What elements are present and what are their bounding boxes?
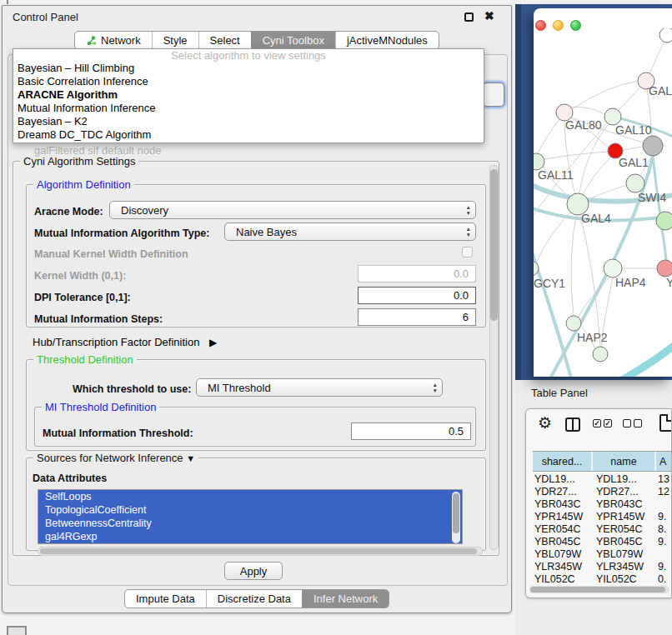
float-window-icon[interactable]: [464, 12, 474, 22]
dpi-tolerance-field[interactable]: 0.0: [358, 287, 476, 304]
dropdown-item[interactable]: Bayesian – Hill Climbing: [13, 62, 484, 75]
column-header[interactable]: A: [656, 452, 672, 471]
algorithm-definition-title: Algorithm Definition: [33, 178, 134, 191]
mi-type-value: Naive Bayes: [236, 226, 297, 238]
list-item[interactable]: TopologicalCoefficient: [38, 503, 462, 517]
manual-kernel-label: Manual Kernel Width Definition: [34, 248, 188, 260]
table-row[interactable]: YER054C YER054C 8.: [533, 523, 672, 536]
kernel-width-field[interactable]: 0.0: [358, 265, 476, 282]
table-cell: YER054C: [533, 523, 593, 536]
tab-cyni-toolbox[interactable]: Cyni Toolbox: [251, 32, 335, 49]
table-panel-window: ⚙ ✓✓ shared... name A YDL19... YDL19... …: [525, 408, 672, 598]
network-node[interactable]: [626, 174, 644, 192]
tab-impute-data[interactable]: Impute Data: [125, 590, 206, 608]
mi-steps-label: Mutual Information Steps:: [34, 313, 163, 325]
network-node[interactable]: [534, 153, 544, 170]
network-node-label: GAL80: [565, 118, 602, 132]
horizontal-scrollbar-track[interactable]: [38, 547, 483, 556]
mi-threshold-field[interactable]: 0.5: [351, 422, 471, 440]
dropdown-item[interactable]: Dream8 DC_TDC Algorithm: [13, 128, 484, 142]
mi-type-combo[interactable]: Naive Bayes ▲▼: [224, 222, 476, 241]
network-node[interactable]: [659, 28, 672, 42]
network-node[interactable]: [593, 347, 608, 362]
table-cell: YER054C: [593, 523, 656, 536]
which-threshold-combo[interactable]: MI Threshold ▲▼: [196, 378, 443, 397]
network-node[interactable]: [656, 212, 672, 230]
table-row[interactable]: YBR043C YBR043C: [533, 498, 672, 511]
network-node[interactable]: [657, 260, 672, 277]
gear-icon[interactable]: ⚙: [538, 413, 552, 432]
network-node-label: GAL4: [581, 212, 611, 225]
close-icon[interactable]: ✖: [484, 9, 494, 22]
tab-style[interactable]: Style: [152, 32, 198, 49]
tab-style-label: Style: [163, 34, 188, 47]
table-cell: YBL079W: [593, 548, 656, 561]
algorithm-dropdown-popup: Select algorithm to view settings Bayesi…: [13, 48, 484, 143]
table-row[interactable]: YLR345W YLR345W 9.: [533, 561, 672, 573]
hub-definition-expander[interactable]: Hub/Transcription Factor Definition ▶: [33, 336, 217, 348]
sources-group-title: Sources for Network Inference ▼: [33, 452, 198, 464]
settings-scrollbar-thumb[interactable]: [490, 169, 498, 321]
table-cell: YLR345W: [593, 561, 656, 573]
manual-kernel-checkbox[interactable]: [462, 247, 473, 258]
dropdown-item[interactable]: Basic Correlation Inference: [13, 75, 484, 88]
settings-group-title: Cyni Algorithm Settings: [20, 155, 138, 168]
apply-button[interactable]: Apply: [224, 562, 283, 580]
list-item[interactable]: SelfLoops: [38, 490, 462, 503]
table-cell: YDR27...: [533, 486, 593, 498]
table-cell: 12: [656, 486, 672, 498]
data-attributes-list[interactable]: SelfLoops TopologicalCoefficient Between…: [38, 489, 463, 544]
sources-title-text: Sources for Network Inference: [37, 452, 183, 464]
network-graph[interactable]: GAL GAL80 GAL10 GAL1 GAL11 SWI4 GAL4 GCY…: [534, 28, 672, 377]
table-cell: YBR045C: [593, 536, 656, 548]
algorithm-combo-fragment[interactable]: [483, 82, 504, 107]
table-horizontal-scrollbar-track[interactable]: [529, 586, 669, 593]
background-combo-text: galFiltered sif default node: [34, 144, 161, 157]
table-horizontal-scrollbar-thumb[interactable]: [530, 587, 665, 592]
select-all-columns-icon[interactable]: ✓✓: [593, 419, 612, 428]
table-row[interactable]: YBR045C YBR045C 9.: [533, 536, 672, 548]
network-node[interactable]: [566, 316, 581, 331]
tab-impute-data-label: Impute Data: [136, 592, 195, 605]
table-row[interactable]: YIL052C YIL052C 0.: [533, 573, 672, 584]
network-node-label: Y: [666, 276, 672, 289]
dropdown-item[interactable]: Mutual Information Inference: [13, 102, 484, 115]
column-header[interactable]: shared...: [533, 452, 593, 471]
network-node[interactable]: [604, 259, 622, 278]
minimized-panel-icon[interactable]: [7, 626, 27, 635]
hub-definition-label: Hub/Transcription Factor Definition: [33, 336, 199, 348]
list-scrollbar-thumb[interactable]: [453, 493, 459, 533]
aracne-mode-combo[interactable]: Discovery ▲▼: [109, 201, 476, 219]
tab-infer-network[interactable]: Infer Network: [302, 590, 389, 608]
list-item[interactable]: gal4RGexp: [38, 530, 462, 543]
aracne-mode-value: Discovery: [121, 204, 168, 217]
network-icon: [86, 35, 97, 47]
network-node-label: GCY1: [534, 277, 565, 290]
network-node-label: SWI4: [638, 191, 666, 204]
deselect-all-columns-icon[interactable]: [623, 419, 642, 428]
table-row[interactable]: YPR145W YPR145W 9.: [533, 511, 672, 523]
horizontal-scrollbar-thumb[interactable]: [40, 548, 477, 554]
mi-steps-field[interactable]: 6: [358, 308, 476, 326]
network-view-window: GAL GAL80 GAL10 GAL1 GAL11 SWI4 GAL4 GCY…: [534, 8, 672, 377]
table-row[interactable]: YDL19... YDL19... 13: [533, 473, 672, 486]
tab-network[interactable]: Network: [75, 32, 152, 49]
list-item[interactable]: BetweennessCentrality: [38, 517, 462, 530]
file-icon[interactable]: [659, 414, 672, 432]
aracne-mode-label: Aracne Mode:: [34, 206, 103, 218]
dropdown-item-selected[interactable]: ARACNE Algorithm: [13, 88, 484, 102]
table-row[interactable]: YDR27... YDR27... 12: [533, 486, 672, 498]
dropdown-item[interactable]: Bayesian – K2: [13, 115, 484, 128]
table-row[interactable]: YBL079W YBL079W: [533, 548, 672, 561]
network-node[interactable]: [604, 108, 621, 125]
table-panel-title: Table Panel: [531, 387, 588, 399]
tab-infer-network-label: Infer Network: [313, 592, 378, 605]
column-header[interactable]: name: [593, 452, 656, 471]
tab-select[interactable]: Select: [198, 32, 251, 49]
split-columns-icon[interactable]: [565, 418, 580, 432]
expanded-arrow-icon[interactable]: ▼: [186, 453, 195, 463]
tab-discretize-data[interactable]: Discretize Data: [206, 590, 302, 608]
tab-cyni-toolbox-label: Cyni Toolbox: [263, 34, 324, 47]
network-node[interactable]: [643, 136, 663, 156]
tab-jactivemnodules[interactable]: jActiveMNodules: [335, 32, 439, 49]
